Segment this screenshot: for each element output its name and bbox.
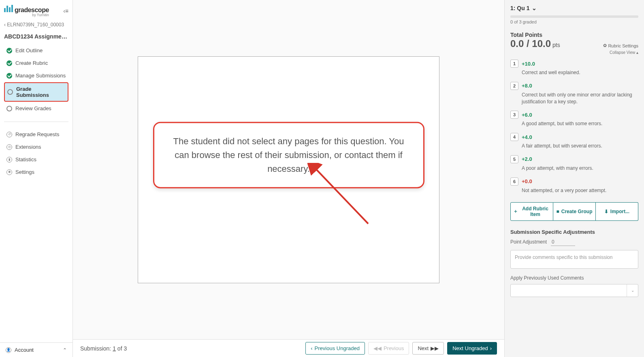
nav-manage-submissions[interactable]: Manage Submissions [4,70,68,81]
check-icon [6,48,12,53]
breadcrumb-back[interactable]: ‹ ELRN0739N_7160_00003 [4,22,68,28]
nav-statistics[interactable]: ▮ Statistics [4,154,68,165]
check-icon [6,73,12,79]
rubric-item[interactable]: 4+4.0A fair attempt, but with several er… [510,133,638,150]
rubric-points: +6.0 [522,112,532,118]
submission-current: 1 [113,345,116,352]
account-label: Account [15,347,34,353]
download-icon: ⬇ [604,209,608,214]
rubric-points: +2.0 [522,156,532,162]
target-icon: ◎ [6,144,12,150]
nav-label: Statistics [15,156,36,162]
import-rubric-button[interactable]: ⬇Import... [596,202,638,221]
next-ungraded-button[interactable]: Next Ungraded› [447,342,497,355]
select-value [511,284,627,297]
submission-label: Submission: [80,345,113,352]
no-page-message: The student did not select any pages for… [153,122,424,188]
previous-button[interactable]: ◀◀Previous [368,342,409,355]
svg-line-0 [315,168,368,224]
btn-label: Add Rubric Item [520,206,550,217]
rubric-key[interactable]: 2 [510,82,518,90]
nav-label: Manage Submissions [15,73,66,79]
rubric-item[interactable]: 5+2.0A poor attempt, with many errors. [510,155,638,172]
circle-icon [7,89,13,95]
gear-icon: ✿ [603,43,607,48]
comment-input[interactable]: Provide comments specific to this submis… [510,250,638,269]
nav-review-grades[interactable]: Review Grades [4,103,68,114]
nav-label: Grade Submissions [16,86,65,98]
regrade-icon: ↺ [6,132,12,137]
assignment-title: ABCD1234 Assignment... [4,33,68,40]
next-button[interactable]: Next▶▶ [412,342,444,355]
point-adjustment-input[interactable] [551,238,575,246]
main-area: The student did not select any pages for… [73,0,504,357]
bottom-bar: Submission: 1 of 3 ‹Previous Ungraded ◀◀… [73,339,504,357]
score-value: 0.0 / 10.0 [510,38,551,49]
nav-regrade-requests[interactable]: ↺ Regrade Requests [4,128,68,140]
rubric-key[interactable]: 1 [510,60,518,68]
rubric-description: A poor attempt, with many errors. [522,165,638,172]
nav-extensions[interactable]: ◎ Extensions [4,141,68,153]
rubric-key[interactable]: 4 [510,133,518,141]
rubric-points: +4.0 [522,134,532,140]
btn-label: Next [418,345,429,351]
nav-create-rubric[interactable]: Create Rubric [4,57,68,69]
check-icon [6,60,12,66]
double-chevron-left-icon: ◀◀ [373,345,382,351]
pts-suffix: pts [551,42,560,48]
add-rubric-item-button[interactable]: ＋Add Rubric Item [510,202,553,221]
circle-icon [6,106,12,111]
rubric-key[interactable]: 6 [510,177,518,186]
rubric-points: +8.0 [522,83,532,89]
left-sidebar: gradescope by Turnitin ‹≡ ‹ ELRN0739N_71… [0,0,73,357]
chevron-right-icon: › [490,345,492,351]
rubric-actions: ＋Add Rubric Item ■Create Group ⬇Import..… [510,202,638,221]
previous-ungraded-button[interactable]: ‹Previous Ungraded [305,342,365,355]
user-icon: 👤 [6,347,11,353]
point-adjustment-label: Point Adjustment [510,239,547,245]
submission-counter: Submission: 1 of 3 [80,345,127,352]
rubric-item[interactable]: 1+10.0Correct and well explained. [510,60,638,76]
rubric-description: A fair attempt, but with several errors. [522,143,638,150]
total-points-score: 0.0 / 10.0 pts [510,38,560,49]
nav-grade-submissions[interactable]: Grade Submissions [4,82,68,102]
create-group-button[interactable]: ■Create Group [553,202,596,221]
rubric-key[interactable]: 3 [510,111,518,119]
nav-edit-outline[interactable]: Edit Outline [4,45,68,56]
submission-canvas: The student did not select any pages for… [73,0,504,339]
document-frame: The student did not select any pages for… [138,56,439,283]
account-menu[interactable]: 👤 Account ⌃ [0,342,73,357]
collapse-sidebar-icon[interactable]: ‹≡ [63,8,68,14]
chevron-down-icon: ⌄ [627,284,638,297]
chevron-left-icon: ‹ [311,345,312,351]
logo-bars-icon [4,5,13,12]
question-selector[interactable]: 1: Qu 1 ⌄ [510,5,638,11]
rubric-settings-link[interactable]: ✿Rubric Settings [603,43,638,48]
rubric-list: 1+10.0Correct and well explained.2+8.0Co… [510,60,638,200]
nav-label: Edit Outline [15,47,43,53]
rubric-key[interactable]: 5 [510,155,518,163]
btn-label: Previous [384,345,404,351]
rubric-item[interactable]: 2+8.0Correct but with only one minor err… [510,82,638,105]
nav-label: Regrade Requests [15,131,59,137]
submission-of: of 3 [116,345,127,352]
graded-count: 0 of 3 graded [510,19,638,24]
chevron-up-icon: ⌃ [63,347,67,353]
chevron-down-icon: ⌄ [532,5,537,11]
ssa-title: Submission Specific Adjustments [510,229,638,235]
folder-icon: ■ [557,209,559,214]
nav-settings[interactable]: ✱ Settings [4,166,68,178]
progress-bar [510,15,638,18]
gradescope-logo[interactable]: gradescope by Turnitin [4,5,49,17]
point-adjustment-row: Point Adjustment [510,238,638,246]
rubric-item[interactable]: 6+0.0Not attempted, or a very pooer atte… [510,177,638,194]
collapse-view-toggle[interactable]: Collapse View ▴ [510,50,638,55]
rubric-item[interactable]: 3+6.0A good attempt, but with some error… [510,111,638,127]
btn-label: Create Group [561,209,593,214]
annotation-arrow-icon [307,163,380,232]
chart-icon: ▮ [6,157,12,162]
question-label: 1: Qu 1 [510,5,529,11]
nav-label: Create Rubric [15,60,48,66]
nav-label: Review Grades [15,105,51,111]
prev-comments-select[interactable]: ⌄ [510,284,638,297]
